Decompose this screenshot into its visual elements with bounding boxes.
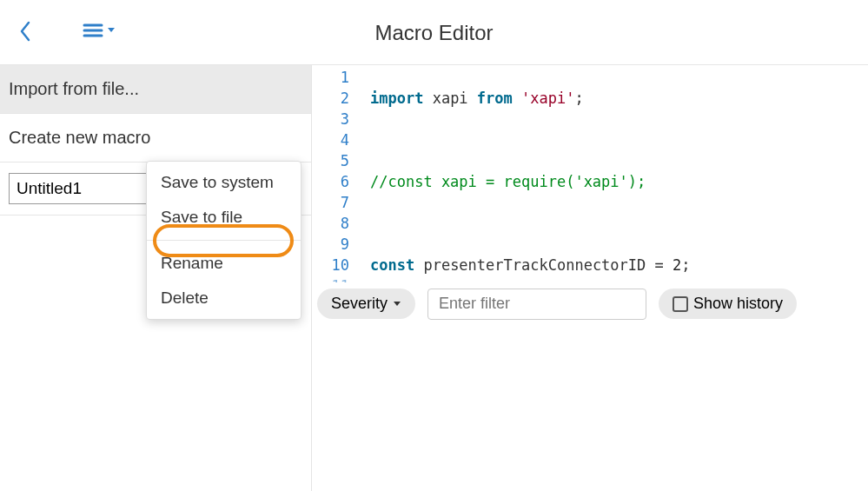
save-to-file[interactable]: Save to file [147,200,301,235]
header: Macro Editor [0,0,868,65]
code-editor[interactable]: 1 2 3 4 5 6 7 8 9 10 11 import xapi from… [312,65,868,282]
code-content[interactable]: import xapi from 'xapi'; //const xapi = … [360,65,868,282]
context-menu: Save to system Save to file Rename Delet… [146,161,301,320]
checkbox-icon [673,296,688,312]
filter-bar: Severity Show history [312,282,868,324]
delete[interactable]: Delete [147,281,301,315]
chevron-down-icon [107,27,116,34]
import-from-file[interactable]: Import from file... [0,65,311,114]
menu-dropdown-button[interactable] [83,23,116,38]
filter-input[interactable] [427,289,646,320]
show-history-toggle[interactable]: Show history [659,289,797,319]
line-gutter: 1 2 3 4 5 6 7 8 9 10 11 [312,65,360,282]
rename[interactable]: Rename [147,246,301,281]
create-new-macro[interactable]: Create new macro [0,114,311,163]
back-button[interactable] [17,19,33,47]
chevron-down-icon [393,301,401,308]
page-title: Macro Editor [374,21,493,45]
divider [147,240,301,241]
list-icon [83,23,105,38]
severity-dropdown[interactable]: Severity [317,289,415,319]
save-to-system[interactable]: Save to system [147,165,301,200]
